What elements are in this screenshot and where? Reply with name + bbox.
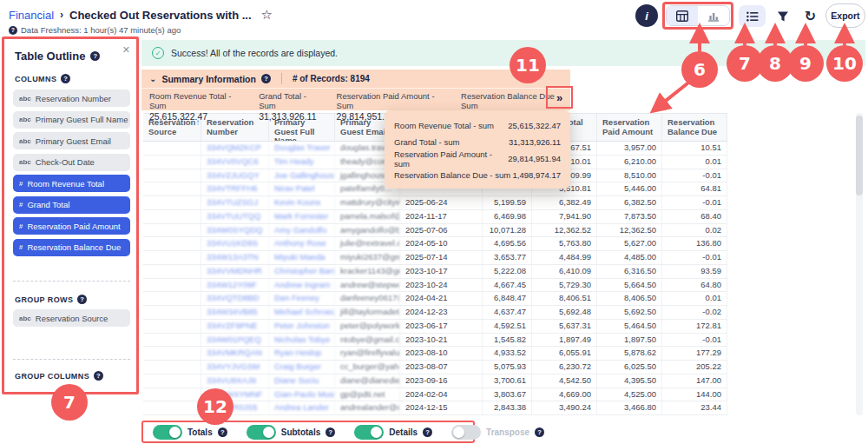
cell-reservation-number[interactable]: 334VYJVGSM bbox=[201, 361, 269, 374]
cell-reservation-paid-amount: 5,664.50 bbox=[597, 279, 662, 292]
cell-reservation-number[interactable]: 334VMKRQAN bbox=[201, 347, 269, 360]
info-icon[interactable]: i bbox=[635, 4, 658, 27]
cell-reservation-number[interactable]: 334VQMZKCP bbox=[201, 142, 269, 155]
cell-guest-full-name[interactable]: Craig Burger bbox=[269, 361, 335, 374]
filter-button[interactable] bbox=[771, 5, 795, 27]
cell-reservation-number[interactable]: 334W12Y09F bbox=[201, 279, 269, 292]
page-title: Checked Out Reservations with ... bbox=[69, 9, 252, 22]
table-view-button[interactable] bbox=[667, 6, 698, 25]
cell-reservation-number[interactable]: 334VQTD8BD bbox=[201, 292, 269, 305]
cell-guest-full-name[interactable]: Christopher Barsel bbox=[269, 265, 335, 278]
cell-reservation-number[interactable]: 334W34VB85 bbox=[201, 306, 269, 319]
cell-reservation-number[interactable]: 334W1R0JS5 bbox=[201, 401, 269, 414]
table-outline-toggle-button[interactable] bbox=[739, 5, 766, 27]
cell-reservation-number[interactable]: 334VTUUTQQ bbox=[201, 210, 269, 223]
cell-guest-full-name[interactable]: Ryan Heslop bbox=[269, 347, 335, 360]
cell-guest-full-name[interactable]: Diane Suciu bbox=[269, 374, 335, 388]
cell-reservation-number[interactable]: 334VTRFFH6 bbox=[201, 182, 269, 195]
column-pill[interactable]: # Reservation Balance Due bbox=[13, 239, 130, 256]
cell-guest-full-name[interactable]: Anthony Rose bbox=[269, 237, 335, 250]
cell-reservation-number[interactable]: 334VVMDNHR bbox=[201, 265, 269, 278]
help-icon[interactable]: ? bbox=[535, 427, 544, 437]
summary-chip-label: Room Revenue Total - Sum bbox=[149, 91, 243, 110]
cell-guest-full-name[interactable]: Andrew Ingram bbox=[269, 279, 335, 292]
field-type-icon: # bbox=[19, 201, 23, 209]
cell-reservation-number[interactable]: 334VU9XAJ9 bbox=[201, 374, 269, 388]
scrollbar-thumb[interactable] bbox=[856, 116, 863, 195]
panel-close-icon[interactable]: ✕ bbox=[122, 44, 130, 56]
banner-close-icon[interactable]: ✕ bbox=[851, 47, 858, 56]
help-icon[interactable]: ? bbox=[61, 74, 70, 83]
summary-popup-row: Grand Total - sum 31,313,926.11 bbox=[394, 134, 561, 150]
cell-guest-full-name[interactable]: Amy Gandolfo bbox=[269, 224, 335, 237]
summary-chip-label: Reservation Paid Amount - Sum bbox=[337, 91, 445, 110]
cell-guest-full-name[interactable]: Kevin Kouns bbox=[269, 196, 335, 209]
cell-guest-full-name[interactable]: Nicholas Tobye bbox=[269, 334, 335, 347]
breadcrumb-section-link[interactable]: Financial bbox=[9, 9, 54, 22]
cell-grand-total: 5,729.30 bbox=[532, 279, 597, 292]
summary-title: Summary Information bbox=[161, 74, 256, 84]
column-pill[interactable]: # Reservation Paid Amount bbox=[13, 217, 130, 235]
toggle-switch[interactable] bbox=[354, 425, 384, 440]
column-header-reservation-balance-due[interactable]: Reservation Balance Due bbox=[662, 114, 727, 141]
cell-room-revenue-total: 2,843.38 bbox=[483, 401, 532, 414]
column-pill[interactable]: # Grand Total bbox=[13, 196, 130, 214]
cell-reservation-number[interactable]: 334VZF9PNE bbox=[201, 320, 269, 333]
favorite-star-icon[interactable]: ☆ bbox=[261, 7, 273, 23]
cell-guest-full-name[interactable]: Nirav Patel bbox=[269, 182, 335, 195]
cell-guest-full-name[interactable]: Andrea Lander bbox=[269, 401, 335, 414]
help-icon[interactable]: ? bbox=[261, 74, 271, 83]
cell-room-revenue-total: 5,075.93 bbox=[483, 361, 532, 374]
cell-reservation-number[interactable]: 334VV0VQC6 bbox=[201, 156, 269, 169]
cell-guest-full-name[interactable]: Douglas Traver bbox=[269, 142, 335, 155]
toggle-switch[interactable] bbox=[247, 425, 276, 440]
help-icon[interactable]: ? bbox=[90, 51, 100, 61]
vertical-scrollbar[interactable] bbox=[856, 113, 863, 415]
export-button[interactable]: Export bbox=[825, 3, 865, 28]
cell-reservation-source bbox=[143, 142, 201, 155]
help-icon[interactable]: ? bbox=[77, 295, 87, 304]
collapse-chevron-icon[interactable]: ⌄ bbox=[149, 76, 156, 82]
cell-room-revenue-total: 3,803.67 bbox=[483, 388, 532, 401]
cell-guest-full-name[interactable]: Mark Forrester bbox=[269, 210, 335, 223]
cell-reservation-balance-due: 23.44 bbox=[662, 401, 727, 414]
cell-reservation-number[interactable]: 334VZJUGQY bbox=[201, 169, 269, 182]
summary-expand-button[interactable]: » bbox=[556, 92, 562, 103]
cell-reservation-number[interactable]: 334W13A3TN bbox=[201, 251, 269, 264]
cell-reservation-number[interactable]: 334VU1KD9S bbox=[201, 237, 269, 250]
help-icon[interactable]: ? bbox=[218, 427, 227, 437]
cell-reservation-number[interactable]: 334W0SYQDQ bbox=[201, 224, 269, 237]
toggle-switch[interactable] bbox=[451, 425, 481, 440]
cell-guest-full-name[interactable]: Michael Schroeder bbox=[269, 306, 335, 319]
cell-reservation-number[interactable]: 334VWXYMNF bbox=[201, 388, 269, 401]
help-icon[interactable]: ? bbox=[326, 427, 335, 437]
cell-reservation-balance-due: 64.81 bbox=[662, 182, 727, 195]
help-icon[interactable]: ? bbox=[9, 26, 17, 35]
column-pill[interactable]: abc Primary Guest Email bbox=[13, 132, 130, 149]
cell-guest-full-name[interactable]: Tim Heady bbox=[269, 156, 335, 169]
toggle-switch[interactable] bbox=[153, 425, 182, 440]
cell-guest-full-name[interactable]: Joe Gallinghouse bbox=[269, 169, 335, 182]
column-pill[interactable]: abc Check-Out Date bbox=[13, 154, 130, 171]
cell-guest-full-name[interactable]: Gian-Paolo Musu... bbox=[269, 388, 335, 401]
chart-view-button[interactable] bbox=[698, 6, 729, 25]
help-icon[interactable]: ? bbox=[423, 427, 432, 437]
summary-chip-value: 31,313,926.11 bbox=[259, 111, 320, 122]
cell-reservation-paid-amount: 6,382.50 bbox=[597, 196, 662, 209]
cell-reservation-number[interactable]: 334VTUZSGJ bbox=[201, 196, 269, 209]
column-pill[interactable]: abc Primary Guest Full Name bbox=[13, 111, 130, 129]
table-row: 334W01PQEQ Nicholas Tobye ntobye@gmail.c… bbox=[143, 334, 727, 348]
column-header-reservation-paid-amount[interactable]: Reservation Paid Amount bbox=[597, 114, 662, 141]
cell-reservation-number[interactable]: 334W01PQEQ bbox=[201, 334, 269, 347]
column-pill[interactable]: # Room Revenue Total bbox=[13, 175, 130, 192]
group-row-pill[interactable]: abc Reservation Source bbox=[13, 309, 130, 327]
cell-guest-full-name[interactable]: Peter Johnston bbox=[269, 320, 335, 333]
popup-row-value: 31,313,926.11 bbox=[509, 137, 561, 147]
help-icon[interactable]: ? bbox=[94, 371, 103, 381]
column-pill[interactable]: abc Reservation Number bbox=[13, 89, 130, 107]
field-type-icon: abc bbox=[19, 315, 31, 322]
cell-grand-total: 4,484.99 bbox=[532, 251, 597, 264]
refresh-button[interactable]: ↻ bbox=[798, 5, 823, 27]
cell-guest-full-name[interactable]: Dan Feeney bbox=[269, 292, 335, 305]
cell-guest-full-name[interactable]: Miyuki Maeda bbox=[269, 251, 335, 264]
